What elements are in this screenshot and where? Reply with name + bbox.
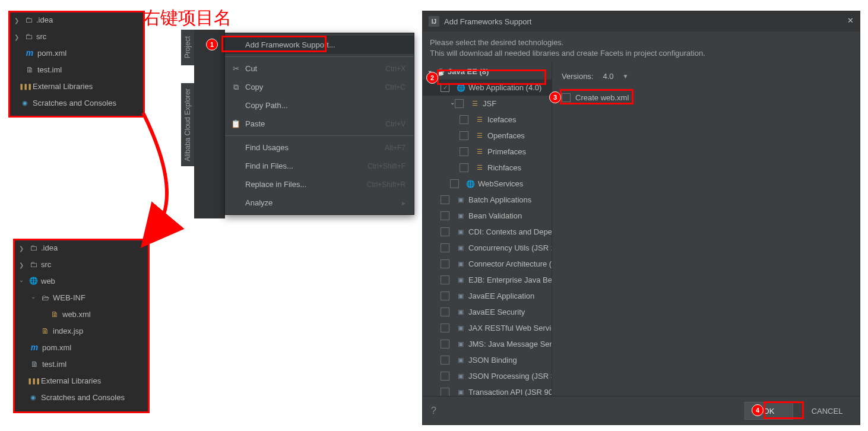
checkbox-icon[interactable] [441, 324, 449, 332]
checkbox-icon[interactable] [441, 275, 449, 284]
library-icon [20, 81, 30, 91]
menu-item[interactable]: Find in Files...Ctrl+Shift+F [225, 157, 414, 175]
checkbox-icon[interactable] [441, 388, 449, 396]
tree-item[interactable]: test.iml [14, 356, 149, 372]
xml-icon [49, 309, 60, 319]
menu-item-icon: 📋 [230, 119, 242, 128]
tree-item[interactable]: .idea [9, 11, 144, 28]
tech-item[interactable]: Primefaces [423, 144, 552, 160]
collapse-icon[interactable] [17, 277, 26, 286]
checkbox-icon[interactable] [455, 99, 464, 108]
technology-list[interactable]: Java EE (8)Web Application (4.0)JSFIcefa… [423, 61, 552, 396]
tech-item[interactable]: Transaction API (JSR 907) [423, 384, 552, 396]
tree-item[interactable]: index.jsp [14, 322, 149, 339]
menu-item[interactable]: Replace in Files...Ctrl+Shift+R [225, 175, 414, 194]
checkbox-icon[interactable] [460, 163, 468, 172]
tech-item[interactable]: Richfaces [423, 160, 552, 176]
close-icon[interactable]: ✕ [847, 16, 854, 25]
tree-item[interactable]: External Libraries [9, 78, 144, 94]
tech-item[interactable]: JSF [423, 96, 552, 112]
tech-item[interactable]: Bean Validation [423, 208, 552, 224]
tree-item[interactable]: Scratches and Consoles [9, 94, 144, 111]
transaction-api-icon [455, 387, 466, 397]
expand-icon[interactable] [17, 243, 26, 252]
tech-item[interactable]: Web Application (4.0) [423, 80, 552, 96]
dialog-title: Add Frameworks Support [444, 17, 531, 26]
collapse-icon[interactable] [29, 293, 37, 302]
checkbox-icon[interactable] [441, 356, 449, 365]
menu-item[interactable]: Copy Path... [225, 96, 414, 115]
checkbox-icon[interactable] [562, 93, 571, 102]
help-icon[interactable]: ? [431, 405, 436, 416]
checkbox-icon[interactable] [441, 195, 449, 204]
tree-label: External Libraries [33, 82, 93, 91]
checkbox-icon[interactable] [441, 211, 449, 220]
jsf-icon [470, 99, 480, 109]
checkbox-icon[interactable] [460, 131, 468, 140]
tree-item[interactable]: pom.xml [9, 45, 144, 61]
tech-item[interactable]: Batch Applications [423, 192, 552, 208]
tree-label: WEB-INF [53, 293, 85, 302]
tree-label: src [36, 32, 46, 41]
tech-label: WebServices [478, 179, 523, 188]
checkbox-icon[interactable] [460, 147, 468, 156]
side-tab-project[interactable]: Project [181, 30, 194, 65]
tech-item[interactable]: Concurrency Utils (JSR 236 [423, 240, 552, 256]
checkbox-icon[interactable] [460, 115, 468, 124]
menu-item-shortcut: Ctrl+V [385, 120, 406, 128]
checkbox-icon[interactable] [441, 83, 449, 92]
tech-item[interactable]: Icefaces [423, 112, 552, 128]
cancel-button[interactable]: CANCEL [803, 402, 851, 420]
versions-row: Versions: 4.0 ▼ [562, 67, 850, 85]
checkbox-icon[interactable] [441, 259, 449, 268]
checkbox-icon[interactable] [441, 243, 449, 252]
tree-item[interactable]: src [9, 28, 144, 45]
tech-item[interactable]: JavaEE Security [423, 304, 552, 320]
tree-label: .idea [41, 243, 58, 252]
checkbox-icon[interactable] [450, 179, 459, 188]
side-tab-alibaba[interactable]: Alibaba Cloud Explorer [181, 83, 194, 166]
tree-item[interactable]: src [14, 256, 149, 272]
create-webxml-row[interactable]: Create web.xml [562, 93, 850, 102]
checkbox-icon[interactable] [441, 291, 449, 300]
tech-item[interactable]: JavaEE Application [423, 288, 552, 304]
menu-item[interactable]: 📋PasteCtrl+V [225, 115, 414, 133]
tech-item[interactable]: Connector Architecture (JS [423, 256, 552, 272]
checkbox-icon[interactable] [441, 227, 449, 236]
tree-item[interactable]: External Libraries [14, 372, 149, 389]
collapse-icon[interactable] [450, 99, 455, 108]
tree-item[interactable]: web [14, 272, 149, 289]
tree-item[interactable]: web.xml [14, 306, 149, 322]
checkbox-icon[interactable] [441, 308, 449, 316]
checkbox-icon[interactable] [441, 340, 449, 348]
tech-item[interactable]: EJB: Enterprise Java Beans [423, 272, 552, 288]
tech-item[interactable]: JSON Processing (JSR 353 [423, 368, 552, 384]
tech-item[interactable]: WebServices [423, 176, 552, 192]
expand-icon[interactable] [17, 260, 26, 269]
tech-item[interactable]: Openfaces [423, 128, 552, 144]
versions-value: 4.0 [603, 72, 613, 81]
tree-item[interactable]: test.iml [9, 61, 144, 78]
checkbox-icon[interactable] [441, 372, 449, 381]
tech-item[interactable]: JSON Binding [423, 352, 552, 368]
expand-icon[interactable] [12, 15, 21, 24]
expand-icon[interactable] [12, 32, 21, 41]
menu-item[interactable]: ⧉CopyCtrl+C [225, 78, 414, 96]
tree-label: test.iml [37, 65, 62, 74]
tech-item[interactable]: JMS: Java Message Servic [423, 336, 552, 352]
tech-label: CDI: Contexts and Depenc [468, 227, 552, 236]
menu-item[interactable]: Analyze▸ [225, 194, 414, 212]
tree-item[interactable]: WEB-INF [14, 289, 149, 306]
tree-item[interactable]: pom.xml [14, 339, 149, 356]
json-processing-icon [455, 371, 466, 382]
tree-label: index.jsp [53, 327, 83, 335]
menu-item[interactable]: ✂CutCtrl+X [225, 59, 414, 78]
tech-item[interactable]: JAX RESTful Web Services [423, 320, 552, 336]
menu-item[interactable]: Find UsagesAlt+F7 [225, 138, 414, 157]
tree-item[interactable]: .idea [14, 239, 149, 256]
tree-item[interactable]: Scratches and Consoles [14, 389, 149, 405]
tech-item[interactable]: CDI: Contexts and Depenc [423, 224, 552, 240]
versions-select[interactable]: 4.0 ▼ [599, 71, 632, 82]
tech-label: Concurrency Utils (JSR 236 [468, 243, 552, 252]
menu-item[interactable]: Add Framework Support... [225, 36, 414, 54]
